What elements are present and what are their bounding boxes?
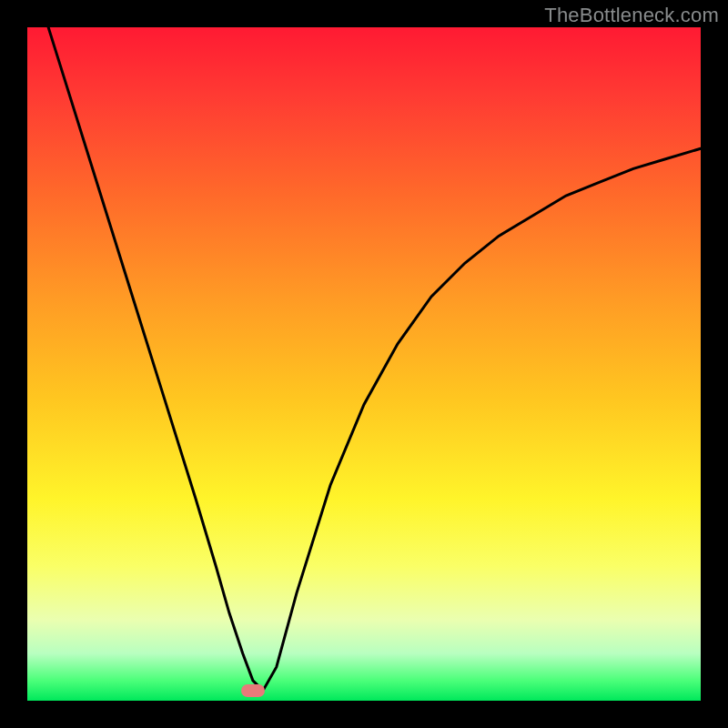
- bottleneck-curve: [27, 27, 701, 701]
- chart-frame: TheBottleneck.com: [0, 0, 728, 728]
- curve-path: [27, 0, 701, 691]
- watermark-text: TheBottleneck.com: [544, 4, 719, 27]
- optimum-marker: [241, 684, 265, 697]
